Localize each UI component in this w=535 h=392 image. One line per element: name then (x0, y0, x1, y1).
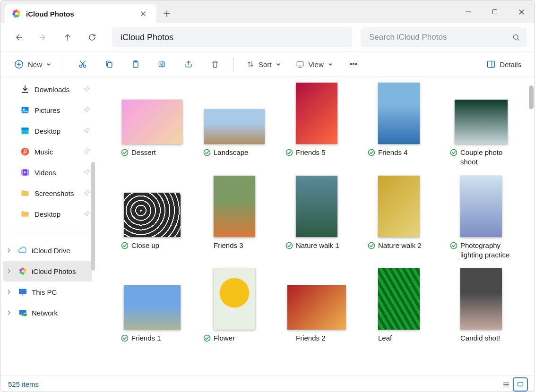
sync-status-icon (450, 334, 457, 342)
tab-title: iCloud Photos (26, 10, 132, 18)
view-button[interactable]: View (290, 55, 339, 74)
sidebar-tree-label: iCloud Photos (32, 267, 76, 275)
address-bar[interactable]: iCloud Photos (112, 27, 352, 47)
photos-app-icon (17, 266, 28, 276)
sync-status-icon (368, 334, 375, 342)
sidebar-tree-item-this-pc[interactable]: This PC (0, 281, 95, 302)
photo-item[interactable]: Leaf (359, 268, 439, 343)
photo-item[interactable]: Friends 2 (277, 268, 356, 343)
sidebar-item-downloads[interactable]: Downloads (0, 79, 95, 100)
photo-item[interactable]: Friends 3 (195, 176, 274, 260)
sidebar: Downloads Pictures Desktop Music Videos … (0, 77, 95, 375)
sync-status-icon (368, 242, 375, 249)
photo-label: Candid shot! (460, 333, 500, 343)
nav-forward-button[interactable] (33, 28, 53, 47)
delete-button[interactable] (203, 55, 227, 74)
search-icon (512, 33, 520, 42)
sync-status-icon (203, 242, 211, 249)
sort-button[interactable]: Sort (241, 55, 287, 74)
share-button[interactable] (177, 55, 200, 74)
svg-point-18 (350, 64, 352, 65)
photo-thumbnail (112, 83, 192, 144)
photo-item[interactable]: Photography lighting practice (441, 176, 521, 260)
monitor-icon (17, 287, 28, 297)
tab-bar: iCloud Photos (0, 0, 535, 23)
chevron-right-icon (6, 247, 14, 255)
photo-item[interactable]: Friends 5 (277, 83, 356, 167)
nav-refresh-button[interactable] (82, 28, 103, 47)
rename-button[interactable] (150, 55, 174, 74)
photo-item[interactable]: Landscape (195, 83, 274, 167)
search-placeholder: Search iCloud Photos (369, 33, 447, 42)
photo-label: Friends 5 (296, 148, 326, 157)
photo-item[interactable]: Nature walk 2 (359, 176, 439, 260)
svg-rect-8 (493, 10, 497, 14)
sidebar-item-music[interactable]: Music (0, 141, 95, 162)
sidebar-tree-item-icloud-drive[interactable]: iCloud Drive (0, 240, 95, 261)
sidebar-item-label: Desktop (35, 210, 60, 218)
photo-label: Couple photo shoot (460, 148, 517, 167)
photo-item[interactable]: Friends 4 (359, 83, 439, 167)
sync-status-icon (121, 242, 129, 249)
svg-point-27 (23, 153, 25, 154)
photo-thumbnail (112, 176, 192, 237)
content-scrollbar[interactable] (529, 85, 534, 109)
sort-label: Sort (259, 60, 272, 68)
more-button[interactable] (342, 55, 365, 74)
view-grid-button[interactable] (514, 378, 527, 391)
photo-item[interactable]: Friends 1 (112, 268, 192, 343)
toolbar-divider (64, 58, 64, 71)
pictures-icon (20, 105, 30, 115)
sidebar-scrollbar[interactable] (91, 162, 95, 271)
sidebar-tree-label: Network (32, 309, 58, 317)
sidebar-item-desktop[interactable]: Desktop (0, 204, 95, 224)
sync-status-icon (368, 149, 375, 156)
tab-close-button[interactable] (137, 7, 150, 20)
sync-status-icon (203, 334, 211, 342)
photo-label: Nature walk 2 (378, 241, 422, 250)
photo-item[interactable]: Dessert (112, 83, 192, 167)
photo-label: Dessert (131, 148, 156, 157)
cut-button[interactable] (71, 55, 95, 74)
search-input[interactable]: Search iCloud Photos (361, 27, 527, 47)
photo-label: Friends 4 (378, 148, 408, 157)
window-maximize-button[interactable] (482, 0, 508, 23)
sidebar-tree-label: iCloud Drive (32, 247, 70, 255)
photo-label: Flower (214, 333, 235, 343)
svg-point-26 (21, 148, 29, 156)
chevron-right-icon (6, 267, 14, 275)
sidebar-item-label: Desktop (35, 127, 60, 135)
photo-item[interactable]: Flower (195, 268, 274, 343)
new-tab-button[interactable] (156, 4, 177, 23)
nav-back-button[interactable] (8, 28, 29, 47)
sidebar-item-pictures[interactable]: Pictures (0, 100, 95, 120)
chevron-right-icon (6, 288, 14, 296)
svg-rect-22 (22, 107, 29, 113)
sidebar-item-desktop[interactable]: Desktop (0, 120, 95, 141)
details-button[interactable]: Details (481, 55, 527, 74)
photo-thumbnail (195, 176, 274, 237)
paste-button[interactable] (124, 55, 147, 74)
new-button[interactable]: New (8, 55, 57, 74)
tab-active[interactable]: iCloud Photos (5, 4, 156, 23)
cloud-icon (17, 245, 28, 256)
svg-point-2 (17, 11, 20, 14)
copy-button[interactable] (97, 55, 121, 74)
sync-status-icon (121, 334, 129, 342)
view-list-button[interactable] (500, 378, 513, 391)
sidebar-item-videos[interactable]: Videos (0, 162, 95, 183)
photo-item[interactable]: Close up (112, 176, 192, 260)
photo-item[interactable]: Couple photo shoot (441, 83, 521, 167)
sidebar-tree-item-network[interactable]: Network (0, 302, 95, 323)
svg-rect-17 (297, 62, 303, 66)
nav-up-button[interactable] (57, 28, 78, 47)
photo-item[interactable]: Candid shot! (441, 268, 521, 343)
svg-rect-36 (19, 289, 26, 294)
sidebar-tree-item-icloud-photos[interactable]: iCloud Photos (3, 261, 92, 281)
svg-point-23 (23, 109, 25, 110)
sync-status-icon (121, 149, 129, 156)
sidebar-item-screenshots[interactable]: Screenshots (0, 183, 95, 204)
window-minimize-button[interactable] (455, 0, 482, 23)
window-close-button[interactable] (508, 0, 535, 23)
photo-item[interactable]: Nature walk 1 (277, 176, 356, 260)
